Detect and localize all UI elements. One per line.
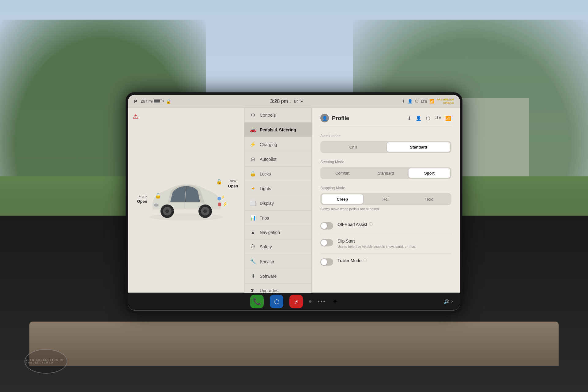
- steering-standard-btn[interactable]: Standard: [365, 168, 407, 178]
- menu-item-display[interactable]: ⬜ Display: [244, 196, 311, 211]
- acceleration-button-group: Chill Standard: [320, 141, 451, 153]
- off-road-assist-text: Off-Road Assist: [337, 222, 367, 227]
- taskbar-dot-1[interactable]: [309, 300, 311, 303]
- stopping-hold-btn[interactable]: Hold: [409, 194, 450, 204]
- trailer-mode-text: Trailer Mode: [337, 258, 361, 263]
- svg-text:⚡: ⚡: [221, 195, 225, 199]
- menu-label-controls: Controls: [260, 112, 276, 117]
- trailer-mode-toggle[interactable]: [320, 258, 333, 266]
- trunk-label: Trunk Open: [228, 179, 238, 189]
- trunk-indicator: 🔓: [216, 179, 222, 185]
- taskbar: 📞 ⬡ ♬ ••• ✦ 🔊 ✕: [128, 293, 460, 311]
- user-icon: 👤: [408, 99, 413, 104]
- volume-control[interactable]: 🔊 ✕: [444, 299, 454, 304]
- status-bar: P 267 mi 🔒 3:28 pm / 64°F ⬇ 👤 ⬡ LTE 📶 PA…: [128, 95, 460, 108]
- off-road-assist-info: Off-Road Assist ⓘ: [337, 222, 451, 227]
- steering-comfort-btn[interactable]: Comfort: [322, 168, 363, 178]
- dashboard-surface: [29, 322, 559, 366]
- slip-start-label: Slip Start: [337, 239, 451, 243]
- trailer-mode-info: Trailer Mode ⓘ: [337, 258, 451, 263]
- slip-start-description: Use to help free vehicle stuck in snow, …: [337, 244, 451, 249]
- range-badge: 267 mi: [141, 99, 162, 104]
- stopping-roll-btn[interactable]: Roll: [365, 194, 407, 204]
- phone-icon: 📞: [253, 298, 261, 306]
- download-profile-icon[interactable]: ⬇: [407, 115, 411, 121]
- user-profile-icon[interactable]: 👤: [416, 115, 422, 121]
- menu-item-software[interactable]: ⬇ Software: [244, 269, 311, 284]
- range-value: 267 mi: [141, 99, 153, 104]
- menu-item-charging[interactable]: ⚡ Charging: [244, 137, 311, 152]
- taskbar-more-btn[interactable]: •••: [318, 298, 326, 305]
- menu-label-charging: Charging: [260, 142, 277, 147]
- off-road-assist-row: Off-Road Assist ⓘ: [320, 217, 451, 234]
- acceleration-chill-btn[interactable]: Chill: [322, 142, 385, 152]
- menu-label-safety: Safety: [260, 244, 272, 249]
- slip-start-info: Slip Start Use to help free vehicle stuc…: [337, 239, 451, 249]
- svg-rect-10: [218, 203, 221, 206]
- menu-item-locks[interactable]: 🔒 Locks: [244, 167, 311, 181]
- svg-point-11: [217, 197, 221, 201]
- svg-point-9: [154, 204, 159, 207]
- settings-panel: 👤 Profile ⬇ 👤 ⬡ LTE 📶 Acceleration Chill: [312, 108, 460, 293]
- svg-point-7: [203, 209, 207, 213]
- acceleration-standard-btn[interactable]: Standard: [387, 142, 450, 152]
- frunk-indicator: 🔓: [155, 193, 161, 199]
- menu-panel: ⚙ Controls 🚗 Pedals & Steering ⚡ Chargin…: [244, 108, 312, 293]
- acceleration-section: Acceleration Chill Standard: [320, 134, 451, 153]
- profile-avatar: 👤: [320, 114, 329, 123]
- menu-label-lights: Lights: [260, 186, 271, 191]
- trips-icon: 📊: [250, 215, 256, 221]
- safety-icon: ⏱: [250, 244, 256, 250]
- locks-icon: 🔒: [250, 171, 256, 177]
- volume-icon: 🔊: [444, 299, 449, 304]
- lock-icon: 🔒: [166, 99, 171, 104]
- alert-icon: ⚠: [133, 112, 139, 120]
- profile-actions: ⬇ 👤 ⬡ LTE 📶: [407, 115, 451, 121]
- google-assistant-btn[interactable]: ✦: [332, 298, 338, 306]
- menu-item-lights[interactable]: ✦ Lights: [244, 181, 311, 196]
- autopilot-icon: ◎: [250, 156, 256, 162]
- phone-app[interactable]: 📞: [250, 295, 264, 308]
- steering-sport-btn[interactable]: Sport: [409, 168, 450, 178]
- menu-item-pedals-steering[interactable]: 🚗 Pedals & Steering: [244, 123, 311, 137]
- stopping-creep-btn[interactable]: Creep: [322, 194, 363, 204]
- status-center: 3:28 pm / 64°F: [175, 98, 398, 104]
- main-content: ⚠ Frunk Open 🔓 Trunk Open 🔓: [128, 108, 460, 293]
- menu-item-trips[interactable]: 📊 Trips: [244, 211, 311, 225]
- gear-indicator: P: [134, 99, 137, 104]
- svg-point-4: [165, 209, 169, 213]
- bluetooth-status-icon: ⬡: [415, 99, 418, 104]
- passenger-airbag-label: PASSENGERAIRBAG: [437, 98, 454, 104]
- acceleration-label: Acceleration: [320, 134, 451, 138]
- car-panel: ⚠ Frunk Open 🔓 Trunk Open 🔓: [128, 108, 244, 293]
- music-app[interactable]: ♬: [289, 295, 303, 308]
- navigation-icon: ▲: [250, 230, 256, 235]
- charge-icon: ⚡: [222, 202, 228, 206]
- menu-label-autopilot: Autopilot: [260, 156, 276, 161]
- slip-start-text: Slip Start: [337, 239, 355, 243]
- trailer-mode-row: Trailer Mode ⓘ: [320, 254, 451, 270]
- upgrades-icon: 🛍: [250, 288, 256, 293]
- menu-label-display: Display: [260, 201, 274, 205]
- menu-label-locks: Locks: [260, 171, 271, 176]
- menu-item-upgrades[interactable]: 🛍 Upgrades: [244, 284, 311, 293]
- menu-item-autopilot[interactable]: ◎ Autopilot: [244, 152, 311, 167]
- slip-start-toggle[interactable]: [320, 239, 333, 247]
- off-road-assist-info-icon[interactable]: ⓘ: [369, 222, 373, 227]
- trailer-mode-info-icon[interactable]: ⓘ: [363, 258, 367, 263]
- signal-profile-icon: 📶: [445, 115, 451, 121]
- off-road-assist-toggle[interactable]: [320, 222, 333, 230]
- display-icon: ⬜: [250, 200, 256, 206]
- menu-item-navigation[interactable]: ▲ Navigation: [244, 225, 311, 240]
- menu-label-service: Service: [260, 259, 274, 264]
- trailer-mode-label: Trailer Mode ⓘ: [337, 258, 451, 263]
- car-visual: Frunk Open 🔓 Trunk Open 🔓: [143, 170, 229, 231]
- menu-item-safety[interactable]: ⏱ Safety: [244, 240, 311, 254]
- menu-item-controls[interactable]: ⚙ Controls: [244, 108, 311, 123]
- stopping-mode-label: Stopping Mode: [320, 186, 451, 190]
- lte-profile-icon: LTE: [435, 115, 441, 121]
- menu-item-service[interactable]: 🔧 Service: [244, 254, 311, 269]
- volume-mute-icon: ✕: [451, 300, 454, 304]
- bluetooth-app[interactable]: ⬡: [270, 295, 283, 308]
- bluetooth-profile-icon[interactable]: ⬡: [426, 115, 430, 121]
